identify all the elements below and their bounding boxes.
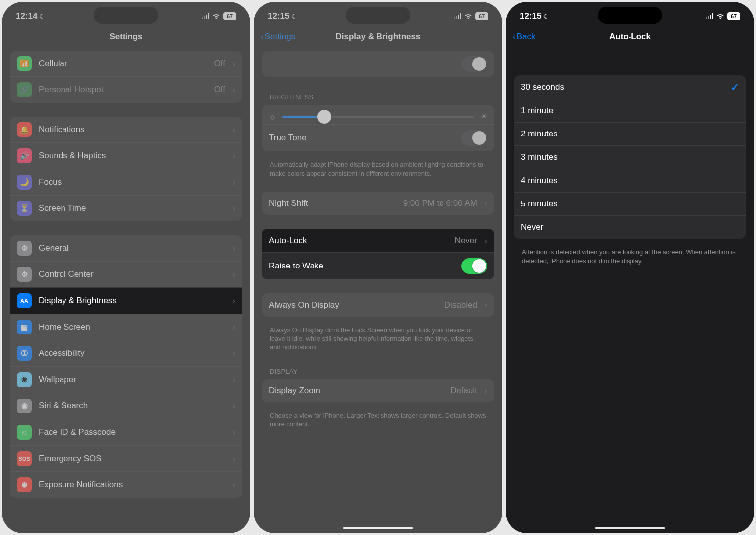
true-tone-label: True Tone — [269, 133, 454, 143]
bell-icon: 🔔 — [17, 122, 32, 137]
brightness-slider-row[interactable]: ☼ ☀ — [262, 105, 494, 124]
brightness-header: BRIGHTNESS — [262, 91, 494, 105]
chevron-right-icon: › — [484, 300, 487, 310]
settings-row-focus[interactable]: 🌙Focus› — [10, 169, 242, 195]
link-icon: 🔗 — [17, 82, 32, 97]
moon-icon: ☾ — [39, 13, 45, 20]
back-label: Settings — [265, 32, 295, 42]
autolock-option-never[interactable]: Never — [514, 215, 746, 239]
settings-row-accessibility[interactable]: ➀Accessibility› — [10, 340, 242, 366]
status-time: 12:14 — [16, 11, 37, 21]
night-shift-row[interactable]: Night Shift 9:00 PM to 6:00 AM › — [262, 192, 494, 215]
display-header: DISPLAY — [262, 366, 494, 379]
row-label: Siri & Search — [39, 401, 225, 411]
chevron-right-icon: › — [232, 401, 235, 411]
back-label: Back — [517, 32, 536, 42]
display-zoom-row[interactable]: Display Zoom Default › — [262, 379, 494, 402]
true-tone-row[interactable]: True Tone — [262, 124, 494, 151]
settings-row-exposure-notifications[interactable]: ⊛Exposure Notifications› — [10, 471, 242, 498]
hourglass-icon: ⏳ — [17, 201, 32, 216]
chevron-right-icon: › — [484, 386, 487, 396]
row-label: Display & Brightness — [39, 296, 225, 306]
settings-row-general[interactable]: ⚙︎General› — [10, 235, 242, 261]
settings-row-personal-hotspot[interactable]: 🔗Personal HotspotOff› — [10, 76, 242, 103]
settings-row-notifications[interactable]: 🔔Notifications› — [10, 117, 242, 142]
settings-row-display-brightness[interactable]: AADisplay & Brightness› — [10, 287, 242, 314]
option-label: 4 minutes — [521, 176, 739, 186]
appearance-toggle-row[interactable] — [262, 51, 494, 77]
settings-row-cellular[interactable]: 📶CellularOff› — [10, 51, 242, 76]
flower-icon: ❀ — [17, 372, 32, 387]
display-zoom-label: Display Zoom — [269, 386, 443, 396]
zoom-footer: Choose a view for iPhone. Larger Text sh… — [262, 407, 494, 429]
raise-to-wake-row[interactable]: Raise to Wake — [262, 252, 494, 279]
display-zoom-value: Default — [450, 386, 477, 396]
chevron-right-icon: › — [232, 375, 235, 385]
dynamic-island — [94, 7, 158, 24]
nav-title: Settings — [109, 32, 142, 42]
autolock-option-5-minutes[interactable]: 5 minutes — [514, 192, 746, 215]
back-button[interactable]: ‹ Settings — [261, 32, 295, 42]
wifi-icon — [716, 11, 724, 21]
back-button[interactable]: ‹ Back — [513, 32, 535, 42]
row-label: Focus — [39, 177, 225, 187]
siri-icon: ◉ — [17, 399, 32, 413]
nav-bar: Settings — [2, 26, 250, 48]
row-label: Cellular — [39, 59, 207, 68]
autolock-option-3-minutes[interactable]: 3 minutes — [514, 145, 746, 169]
home-indicator[interactable] — [595, 527, 665, 529]
chevron-right-icon: › — [232, 269, 235, 280]
gear-icon: ⚙︎ — [17, 241, 32, 256]
cellular-signal-icon — [454, 13, 461, 19]
night-shift-label: Night Shift — [269, 199, 396, 208]
autolock-option-2-minutes[interactable]: 2 minutes — [514, 122, 746, 145]
antenna-icon: 📶 — [17, 56, 32, 71]
switches-icon: ⚙ — [17, 267, 32, 282]
row-label: Face ID & Passcode — [39, 427, 225, 437]
autolock-option-30-seconds[interactable]: 30 seconds✓ — [514, 75, 746, 99]
chevron-right-icon: › — [232, 59, 235, 69]
autolock-option-4-minutes[interactable]: 4 minutes — [514, 169, 746, 192]
chevron-left-icon: ‹ — [261, 32, 264, 42]
raise-to-wake-toggle[interactable] — [461, 258, 487, 274]
settings-row-wallpaper[interactable]: ❀Wallpaper› — [10, 366, 242, 393]
chevron-right-icon: › — [232, 243, 235, 254]
autolock-option-1-minute[interactable]: 1 minute — [514, 99, 746, 122]
appearance-toggle[interactable] — [461, 56, 487, 72]
settings-row-control-center[interactable]: ⚙Control Center› — [10, 261, 242, 287]
chevron-right-icon: › — [232, 454, 235, 464]
option-label: 30 seconds — [521, 82, 724, 92]
row-label: Exposure Notifications — [39, 480, 225, 490]
auto-lock-label: Auto-Lock — [269, 236, 448, 246]
speaker-icon: 🔊 — [17, 148, 32, 163]
option-label: Never — [521, 222, 739, 232]
always-on-display-row[interactable]: Always On Display Disabled › — [262, 293, 494, 317]
settings-row-screen-time[interactable]: ⏳Screen Time› — [10, 195, 242, 221]
option-label: 1 minute — [521, 106, 739, 116]
nav-bar: ‹ Back Auto-Lock — [506, 26, 754, 48]
checkmark-icon: ✓ — [731, 81, 739, 93]
battery-icon: 67 — [475, 12, 488, 20]
aod-footer: Always On Display dims the Lock Screen w… — [262, 322, 494, 352]
aod-value: Disabled — [444, 300, 477, 310]
settings-row-face-id-passcode[interactable]: ☺Face ID & Passcode› — [10, 419, 242, 445]
row-label: Wallpaper — [39, 375, 225, 385]
dynamic-island — [598, 7, 662, 24]
home-indicator[interactable] — [343, 527, 413, 529]
option-label: 5 minutes — [521, 199, 739, 209]
chevron-right-icon: › — [232, 203, 235, 214]
settings-row-emergency-sos[interactable]: SOSEmergency SOS› — [10, 445, 242, 471]
moon-icon: 🌙 — [17, 175, 32, 190]
row-label: Accessibility — [39, 348, 225, 358]
brightness-slider[interactable] — [282, 116, 474, 118]
SOS-icon: SOS — [17, 451, 32, 466]
row-value: Off — [214, 59, 225, 68]
settings-row-home-screen[interactable]: ▦Home Screen› — [10, 314, 242, 340]
wifi-icon — [212, 11, 220, 21]
true-tone-footer: Automatically adapt iPhone display based… — [262, 156, 494, 178]
settings-row-siri-search[interactable]: ◉Siri & Search› — [10, 393, 242, 419]
chevron-right-icon: › — [484, 236, 487, 246]
true-tone-toggle[interactable] — [461, 130, 487, 146]
auto-lock-row[interactable]: Auto-Lock Never › — [262, 229, 494, 252]
settings-row-sounds-haptics[interactable]: 🔊Sounds & Haptics› — [10, 142, 242, 169]
